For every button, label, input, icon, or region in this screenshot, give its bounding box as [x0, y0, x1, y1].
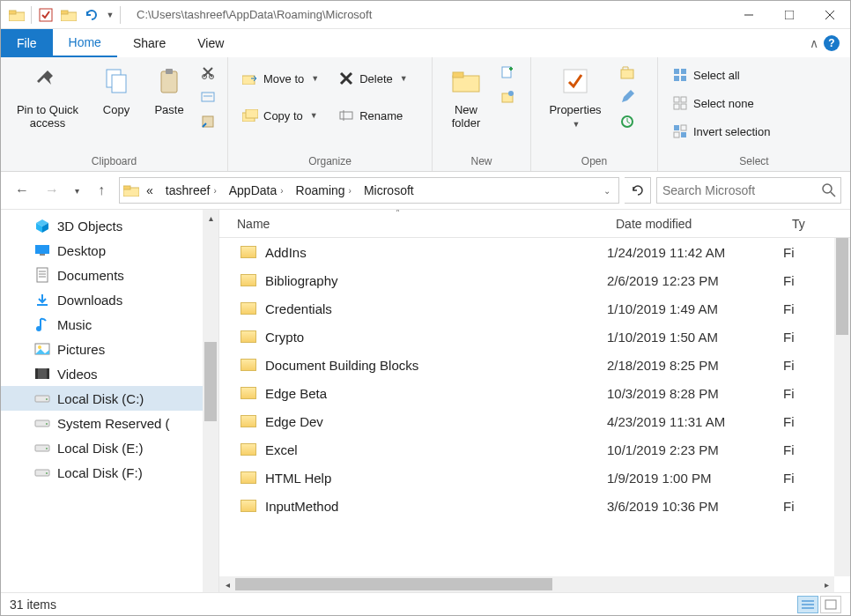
search-box[interactable] — [656, 177, 841, 204]
tree-item-label: Videos — [57, 367, 98, 382]
tree-item-desktop[interactable]: Desktop — [1, 238, 218, 263]
open-icon[interactable] — [619, 64, 635, 80]
up-button[interactable]: ↑ — [89, 178, 114, 203]
qat-checkbox-icon[interactable] — [35, 4, 56, 26]
tab-file[interactable]: File — [1, 29, 53, 57]
maximize-button[interactable] — [769, 1, 810, 29]
breadcrumb-roaming[interactable]: Roaming› — [291, 182, 357, 199]
column-type[interactable]: Ty — [783, 217, 850, 231]
file-row[interactable]: Edge Dev4/23/2019 11:31 AMFi — [219, 407, 834, 435]
address-bar[interactable]: « tashreef› AppData› Roaming› Microsoft … — [119, 177, 619, 204]
app-icon[interactable] — [6, 4, 27, 26]
cube-icon — [34, 218, 50, 234]
thumbnails-view-button[interactable] — [820, 596, 841, 613]
hscroll-left-icon[interactable]: ◂ — [219, 580, 235, 590]
new-folder-button[interactable]: New folder — [441, 63, 491, 130]
tree-item-music[interactable]: Music — [1, 312, 218, 337]
breadcrumb-appdata[interactable]: AppData› — [224, 182, 289, 199]
move-to-button[interactable]: Move to▼ — [237, 68, 324, 89]
file-type: Fi — [783, 330, 834, 345]
file-row[interactable]: Bibliography2/6/2019 12:23 PMFi — [219, 266, 834, 294]
select-none-button[interactable]: Select none — [667, 93, 775, 114]
new-folder-icon — [451, 69, 481, 93]
copy-to-button[interactable]: Copy to▼ — [237, 105, 324, 126]
recent-locations-dropdown[interactable]: ▾ — [70, 178, 84, 203]
refresh-button[interactable] — [625, 177, 651, 204]
content-area: 3D ObjectsDesktopDocumentsDownloadsMusic… — [1, 209, 850, 592]
paste-shortcut-icon[interactable] — [200, 114, 216, 130]
edit-icon[interactable] — [619, 89, 635, 105]
breadcrumb-tashreef[interactable]: tashreef› — [160, 182, 222, 199]
forward-button[interactable]: → — [40, 178, 64, 203]
tree-item-local-disk-e[interactable]: Local Disk (E:) — [1, 435, 218, 460]
file-row[interactable]: InputMethod3/6/2019 10:36 PMFi — [219, 492, 834, 520]
minimize-button[interactable] — [729, 1, 769, 29]
list-horizontal-scrollbar[interactable]: ◂ ▸ — [219, 576, 834, 592]
picture-icon — [34, 341, 50, 357]
file-name: Crypto — [265, 330, 304, 345]
list-vscroll-thumb[interactable] — [836, 238, 848, 335]
breadcrumb-overflow[interactable]: « — [141, 182, 159, 199]
address-dropdown[interactable]: ⌄ — [599, 186, 615, 196]
tree-item-3d-objects[interactable]: 3D Objects — [1, 213, 218, 238]
qat-undo-icon[interactable] — [81, 4, 102, 26]
tree-item-pictures[interactable]: Pictures — [1, 337, 218, 361]
svg-rect-6 — [785, 11, 794, 19]
search-input[interactable] — [662, 183, 817, 197]
history-icon[interactable] — [619, 114, 635, 130]
tree-item-downloads[interactable]: Downloads — [1, 287, 218, 312]
pin-to-quick-access-button[interactable]: Pin to Quick access — [10, 63, 85, 130]
file-row[interactable]: HTML Help1/9/2019 1:00 PMFi — [219, 464, 834, 492]
tab-view[interactable]: View — [181, 29, 240, 57]
easy-access-icon[interactable] — [500, 89, 515, 105]
select-all-button[interactable]: Select all — [667, 64, 775, 85]
properties-button[interactable]: Properties▼ — [540, 63, 610, 129]
file-type: Fi — [783, 414, 834, 429]
scroll-up-icon[interactable]: ▴ — [203, 210, 218, 226]
file-row[interactable]: Crypto1/10/2019 1:50 AMFi — [219, 323, 834, 351]
tree-item-local-disk-c[interactable]: Local Disk (C:) — [1, 386, 218, 411]
help-icon[interactable]: ? — [824, 35, 840, 51]
column-date-modified[interactable]: Date modified — [607, 217, 783, 231]
close-button[interactable] — [810, 1, 850, 29]
copy-path-icon[interactable] — [200, 89, 216, 105]
tab-share[interactable]: Share — [117, 29, 181, 57]
tree-item-documents[interactable]: Documents — [1, 263, 218, 287]
file-date: 10/3/2019 8:28 PM — [607, 386, 783, 401]
drive-icon — [34, 415, 50, 431]
copy-button[interactable]: Copy — [94, 63, 138, 116]
file-row[interactable]: Document Building Blocks2/18/2019 8:25 P… — [219, 351, 834, 379]
tree-item-label: Pictures — [57, 342, 105, 357]
file-row[interactable]: AddIns1/24/2019 11:42 AMFi — [219, 238, 834, 266]
cut-icon[interactable] — [200, 64, 216, 80]
qat-folder-icon[interactable] — [58, 4, 79, 26]
new-item-icon[interactable] — [500, 64, 515, 80]
delete-button[interactable]: Delete▼ — [333, 68, 413, 89]
details-view-button[interactable] — [797, 596, 818, 613]
paste-button[interactable]: Paste — [147, 63, 191, 116]
tab-home[interactable]: Home — [53, 29, 117, 57]
navpane-scrollbar[interactable]: ▴ — [203, 210, 218, 592]
collapse-ribbon-icon[interactable]: ∧ — [810, 36, 818, 50]
file-row[interactable]: Credentials1/10/2019 1:49 AMFi — [219, 294, 834, 323]
video-icon — [34, 366, 50, 382]
hscroll-right-icon[interactable]: ▸ — [818, 580, 834, 590]
breadcrumb-microsoft[interactable]: Microsoft — [359, 182, 419, 199]
column-name[interactable]: Name — [219, 217, 607, 231]
qat-customize-dropdown[interactable]: ▼ — [104, 4, 116, 26]
list-vertical-scrollbar[interactable] — [834, 238, 850, 576]
file-row[interactable]: Edge Beta10/3/2019 8:28 PMFi — [219, 379, 834, 407]
invert-selection-button[interactable]: Invert selection — [667, 121, 775, 142]
tree-item-videos[interactable]: Videos — [1, 361, 218, 386]
file-date: 10/1/2019 2:23 PM — [607, 442, 783, 457]
list-hscroll-thumb[interactable] — [235, 578, 552, 590]
back-button[interactable]: ← — [10, 178, 34, 203]
tree-item-system-reserved[interactable]: System Reserved ( — [1, 411, 218, 435]
svg-rect-15 — [202, 93, 214, 101]
tree-item-local-disk-f[interactable]: Local Disk (F:) — [1, 460, 218, 485]
file-row[interactable]: Excel10/1/2019 2:23 PMFi — [219, 435, 834, 464]
navpane-scroll-thumb[interactable] — [204, 342, 217, 421]
file-type: Fi — [783, 471, 834, 486]
rename-button[interactable]: Rename — [333, 105, 413, 126]
search-icon[interactable] — [822, 183, 836, 197]
